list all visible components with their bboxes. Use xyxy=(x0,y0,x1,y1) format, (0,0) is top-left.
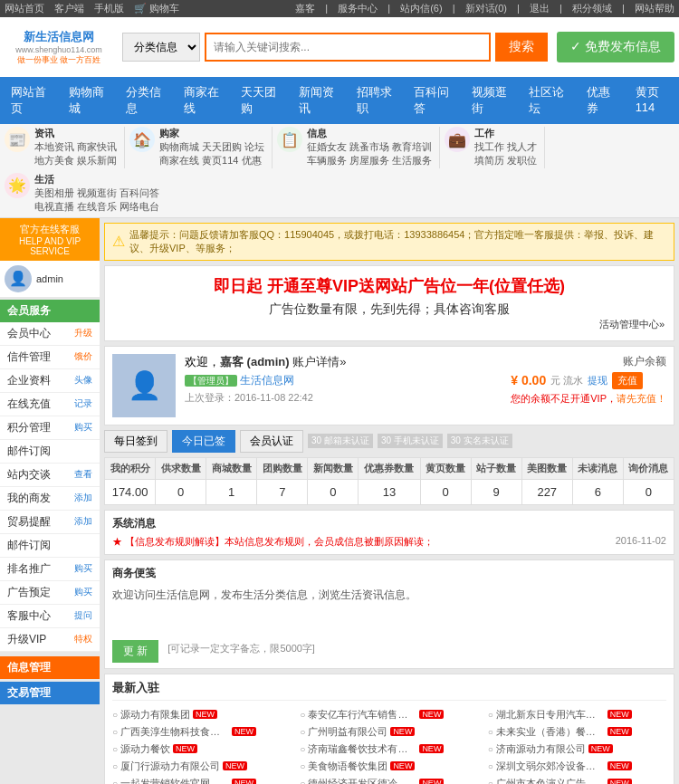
company-link[interactable]: 一起发营销软件官网一起发 xyxy=(120,777,229,784)
topbar-service-center[interactable]: 服务中心 xyxy=(338,3,378,14)
search-button[interactable]: 搜索 xyxy=(495,33,548,62)
subnav-info-icon: 📋 xyxy=(277,127,302,152)
company-link[interactable]: 德州经济开发区德冷空调 xyxy=(308,777,416,784)
publish-button[interactable]: ✓ 免费发布信息 xyxy=(557,32,674,62)
nav-shop[interactable]: 购物商城 xyxy=(58,77,116,124)
nav-jobs[interactable]: 招聘求职 xyxy=(346,77,404,124)
today-checkin-button[interactable]: 今日已签 xyxy=(172,430,235,453)
nav-group[interactable]: 天天团购 xyxy=(230,77,288,124)
logo-title: 新生活信息网 xyxy=(24,29,94,45)
company-link[interactable]: 济南源动力有限公司 xyxy=(496,742,586,756)
promo-corner[interactable]: 活动管理中心» xyxy=(114,318,665,331)
stats-header-inquiry: 询价消息 xyxy=(623,457,674,479)
nav-news[interactable]: 新闻资讯 xyxy=(288,77,346,124)
company-link[interactable]: 泰安亿车行汽车销售服务有 xyxy=(308,708,416,722)
company-link[interactable]: 美食物语餐饮集团 xyxy=(308,760,387,773)
promo-banner: 即日起 开通至尊VIP送网站广告位一年(位置任选) 广告位数量有限，先到先得；具… xyxy=(104,265,674,341)
topbar-service[interactable]: 嘉客 xyxy=(295,3,315,14)
sidebar-item-mail-sub[interactable]: 邮件订阅 xyxy=(0,440,100,464)
verify-button[interactable]: 会员认证 xyxy=(240,430,303,453)
sidebar-item-trade[interactable]: 贸易提醒 添加 xyxy=(0,511,100,534)
subnav-link-tv[interactable]: 电视直播 在线音乐 网络电台 xyxy=(34,200,159,214)
topbar-link-mobile[interactable]: 手机版 xyxy=(94,3,124,14)
vip-link[interactable]: 请先充值！ xyxy=(617,393,666,404)
topbar-logout[interactable]: 退出 xyxy=(530,3,550,14)
topbar-link-client[interactable]: 客户端 xyxy=(54,3,84,14)
sidebar-item-mail[interactable]: 信件管理 饿价 xyxy=(0,346,100,369)
checkin-bar: 每日签到 今日已签 会员认证 30 邮箱未认证 30 手机未认证 30 实名未认… xyxy=(104,430,674,453)
list-item: ○ 广州市本色演义广告有限公 NEW xyxy=(488,777,666,784)
company-link[interactable]: 广州市本色演义广告有限公 xyxy=(496,777,605,784)
biz-notepad-update-button[interactable]: 更 新 xyxy=(112,640,158,663)
nav-coupon[interactable]: 优惠券 xyxy=(576,77,625,124)
list-item: ○ 厦门行源动力有限公司 NEW xyxy=(112,760,291,773)
company-link[interactable]: 广州明益有限公司 xyxy=(308,725,387,739)
recharge-button[interactable]: 充值 xyxy=(612,372,643,389)
company-link[interactable]: 源动力有限集团 xyxy=(120,708,190,722)
user-tag-row: 【管理员】 生活信息网 xyxy=(185,373,502,388)
list-item: ○ 源动力餐饮 NEW xyxy=(112,742,291,756)
profile-link[interactable]: 账户详情» xyxy=(292,355,346,368)
subnav-link-photo[interactable]: 美图相册 视频逛街 百科问答 xyxy=(34,186,159,200)
sidebar-item-member-center[interactable]: 会员中心 升级 xyxy=(0,322,100,346)
notice-bar: ⚠ 温馨提示：问题反馈请加客服QQ：115904045，或拨打电话：139338… xyxy=(104,223,674,261)
withdraw-link[interactable]: 提现 xyxy=(588,374,607,387)
stats-header-group: 团购数量 xyxy=(257,457,308,479)
sidebar-item-vip[interactable]: 升级VIP 特权 xyxy=(0,628,100,652)
latest-grid: ○ 源动力有限集团 NEW ○ 泰安亿车行汽车销售服务有 NEW ○ 湖北新东日… xyxy=(112,708,666,784)
company-link[interactable]: 未来实业（香港）餐饮集团 xyxy=(496,725,605,739)
sidebar-item-ad[interactable]: 广告预定 购买 xyxy=(0,581,100,605)
sys-msg-link[interactable]: 【信息发布规则解读】本站信息发布规则，会员成信息被删原因解读； xyxy=(125,536,434,547)
list-item: ○ 广州明益有限公司 NEW xyxy=(300,725,478,739)
new-badge: NEW xyxy=(223,761,247,770)
new-badge: NEW xyxy=(607,761,632,770)
subnav-link-mall[interactable]: 购物商城 天天团购 论坛 xyxy=(159,140,264,154)
nav-home[interactable]: 网站首页 xyxy=(0,77,58,124)
company-link[interactable]: 源动力餐饮 xyxy=(120,742,170,756)
company-link[interactable]: 深圳文弱尔郊冷设备有限公 xyxy=(496,760,605,773)
subnav-link-local-news[interactable]: 本地资讯 商家快讯 xyxy=(34,140,117,154)
company-link[interactable]: 湖北新东日专用汽车有限公 xyxy=(496,708,605,722)
promo-corner-link[interactable]: 活动管理中心» xyxy=(599,319,665,330)
sidebar-item-points[interactable]: 积分管理 购买 xyxy=(0,416,100,440)
search-category-select[interactable]: 分类信息 xyxy=(122,33,200,62)
subnav-life-label: 生活 xyxy=(34,173,159,186)
topbar-help[interactable]: 网站帮助 xyxy=(635,3,674,14)
nav-classify[interactable]: 分类信息 xyxy=(115,77,173,124)
subnav-work-label: 工作 xyxy=(474,127,537,140)
sidebar-item-promote[interactable]: 排名推广 购买 xyxy=(0,558,100,581)
topbar-chat[interactable]: 新对话(0) xyxy=(465,3,507,14)
subnav-link-resume[interactable]: 填简历 发职位 xyxy=(474,154,537,167)
sidebar-item-chat[interactable]: 站内交谈 查看 xyxy=(0,464,100,487)
topbar-link-home[interactable]: 网站首页 xyxy=(5,3,44,14)
stats-val-mall: 1 xyxy=(206,479,257,504)
daily-checkin-button[interactable]: 每日签到 xyxy=(104,430,167,453)
topbar-points[interactable]: 积分领域 xyxy=(572,3,612,14)
subnav-link-merchant[interactable]: 商家在线 黄页114 优惠 xyxy=(159,154,264,167)
nav-video[interactable]: 视频逛街 xyxy=(461,77,519,124)
nav-merchant[interactable]: 商家在线 xyxy=(173,77,231,124)
user-company[interactable]: 生活信息网 xyxy=(240,374,294,387)
subnav-link-dating[interactable]: 征婚女友 跳蚤市场 教育培训 xyxy=(307,140,432,154)
sidebar-item-mygoods[interactable]: 我的商发 添加 xyxy=(0,487,100,511)
nav-yellowpage[interactable]: 黄页114 xyxy=(625,77,679,124)
topbar-messages[interactable]: 站内信(6) xyxy=(400,3,442,14)
company-link[interactable]: 广西美淳生物科技食品有限 xyxy=(120,725,229,739)
subnav-link-job[interactable]: 找工作 找人才 xyxy=(474,140,537,154)
subnav-shop: 🏠 购家 购物商城 天天团购 论坛 商家在线 黄页114 优惠 xyxy=(129,127,273,168)
sidebar-item-recharge[interactable]: 在线充值 记录 xyxy=(0,393,100,416)
sidebar-item-profile[interactable]: 企业资料 头像 xyxy=(0,369,100,393)
subnav-link-food[interactable]: 地方美食 娱乐新闻 xyxy=(34,154,117,167)
subnav-link-vehicle[interactable]: 车辆服务 房屋服务 生活服务 xyxy=(307,154,432,167)
search-input[interactable] xyxy=(205,33,491,62)
stats-val-points: 174.00 xyxy=(105,479,156,504)
topbar-link-cart[interactable]: 🛒 购物车 xyxy=(134,3,179,14)
sys-msg-item: ★ 【信息发布规则解读】本站信息发布规则，会员成信息被删原因解读； 2016-1… xyxy=(112,535,666,549)
company-link[interactable]: 济南瑞鑫餐饮技术有限公司 xyxy=(308,742,416,756)
sidebar-item-order[interactable]: 邮件订阅 xyxy=(0,534,100,558)
logo-image: 新生活信息网 www.shenghuo114.com 做一份事业 做一方百姓 xyxy=(5,24,113,70)
sidebar-item-support[interactable]: 客服中心 提问 xyxy=(0,605,100,628)
nav-wiki[interactable]: 百科问答 xyxy=(403,77,461,124)
nav-forum[interactable]: 社区论坛 xyxy=(518,77,576,124)
company-link[interactable]: 厦门行源动力有限公司 xyxy=(120,760,220,773)
